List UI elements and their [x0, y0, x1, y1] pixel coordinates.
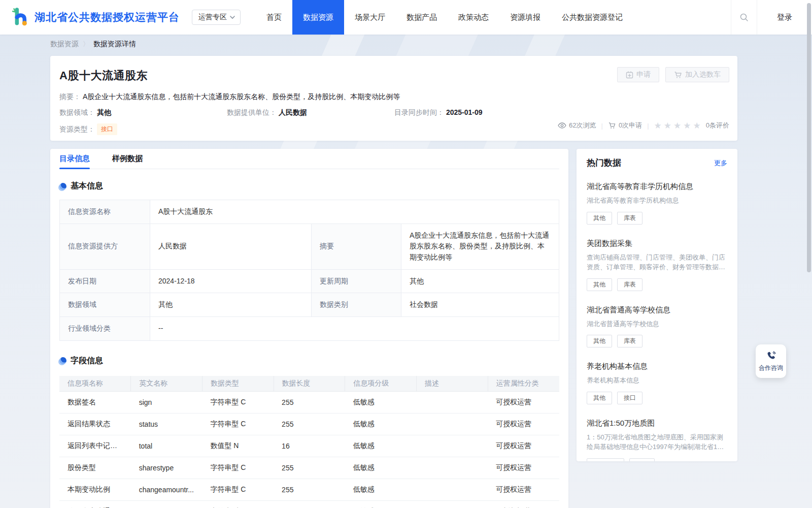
nav-item-3[interactable]: 场景大厅 — [344, 0, 396, 35]
nav-item-2[interactable]: 数据资源 — [292, 0, 344, 35]
more-link[interactable]: 更多 — [714, 158, 727, 168]
field-table-cell: 255 — [274, 479, 345, 500]
hot-data-item: 湖北省高等教育非学历机构信息湖北省高等教育非学历机构信息其他库表 — [587, 182, 727, 225]
field-table-cell: changeamountr... — [131, 479, 202, 500]
field-table-cell — [417, 500, 488, 508]
hot-data-item-title[interactable]: 湖北省1:50万地质图 — [587, 419, 727, 428]
field-table-cell: 16 — [274, 435, 345, 457]
hot-data-item: 美团数据采集查询店铺商品管理、门店管理、美团收单、门店资质、订单管理、顾客评价、… — [587, 239, 727, 291]
field-table-header: 信息项名称英文名称数据类型数据长度信息项分级描述运营属性分类 — [59, 376, 559, 392]
hot-data-item: 湖北省1:50万地质图1：50万湖北省地质图之地理底图、采用国家测绘局基础地理信… — [587, 419, 727, 462]
field-table-cell: sign — [131, 391, 202, 413]
nav-item-7[interactable]: 公共数据资源登记 — [551, 0, 633, 35]
meta-label-provider: 数据提供单位： — [227, 108, 277, 116]
hot-data-item-desc: 养老机构基本信息 — [587, 375, 727, 386]
field-table-row: 本期变动比例changeamountr...字符串型 C255低敏感可授权运营 — [59, 479, 559, 500]
field-table-cell — [417, 435, 488, 457]
main-nav: 首页数据资源场景大厅数据产品政策动态资源填报公共数据资源登记 — [256, 0, 633, 35]
field-table-cell: 低敏感 — [345, 457, 417, 479]
meta-value-domain: 其他 — [97, 108, 111, 116]
hot-data-tag: 库表 — [617, 335, 642, 347]
cart-button-label: 加入选数车 — [685, 70, 721, 79]
nav-item-4[interactable]: 数据产品 — [396, 0, 448, 35]
apply-form-icon — [626, 71, 633, 79]
nav-item-1[interactable]: 首页 — [256, 0, 292, 35]
field-table-row: 返回列表中记录...total数值型 N16低敏感可授权运营 — [59, 435, 559, 457]
breadcrumb-separator: 〉 — [83, 40, 89, 49]
hot-data-tag: 接口 — [629, 458, 655, 462]
hot-data-item-tags: 其他接口 — [587, 392, 727, 404]
field-table-cell: 公司十大流通股... — [59, 500, 131, 508]
basic-info-label: 摘要 — [312, 224, 401, 270]
basic-info-label: 信息资源提供方 — [60, 224, 150, 270]
basic-info-value: A股企业十大流通股东信息，包括前十大流通股东股东名称、股份类型，及持股比例、本期… — [401, 224, 559, 270]
hot-data-item-desc: 查询店铺商品管理、门店管理、美团收单、门店资质、订单管理、顾客评价、财务管理等数… — [587, 252, 727, 272]
basic-info-label: 更新周期 — [312, 270, 401, 294]
resource-type-badge: 接口 — [97, 123, 117, 135]
star-icon: ★ — [664, 121, 671, 130]
field-column-header: 英文名称 — [131, 376, 202, 392]
type-label: 资源类型： — [59, 125, 95, 134]
hot-data-tag: 接口 — [617, 392, 642, 404]
hot-data-item-title[interactable]: 湖北省高等教育非学历机构信息 — [587, 182, 727, 192]
field-column-header: 数据类型 — [202, 376, 274, 392]
hot-data-item-title[interactable]: 美团数据采集 — [587, 239, 727, 248]
field-table-cell: 可授权运营 — [488, 435, 559, 457]
search-button[interactable] — [731, 0, 757, 35]
field-table-cell: 字符串型 C — [202, 479, 274, 500]
star-icon: ★ — [683, 121, 691, 130]
hot-data-item: 湖北省普通高等学校信息湖北省普通高等学校信息其他库表 — [587, 305, 727, 348]
meta-label-domain: 数据领域： — [59, 108, 95, 116]
section-dot-icon — [59, 183, 66, 190]
meta-value-provider: 人民数据 — [279, 108, 307, 116]
rating-count: 0条评价 — [706, 121, 729, 130]
detail-card: 目录信息样例数据 基本信息 信息资源名称A股十大流通股东信息资源提供方人民数据摘… — [50, 149, 568, 508]
search-icon — [739, 13, 749, 22]
basic-info-value: -- — [150, 317, 559, 341]
field-table-cell: 低敏感 — [345, 391, 417, 413]
field-table-cell: 可授权运营 — [488, 479, 559, 500]
hot-data-list: 湖北省高等教育非学历机构信息湖北省高等教育非学历机构信息其他库表美团数据采集查询… — [587, 182, 727, 461]
hot-data-tag: 其他 — [587, 212, 612, 225]
field-table-cell: 字符串型 C — [202, 500, 274, 508]
hot-data-item: 养老机构基本信息养老机构基本信息其他接口 — [587, 362, 727, 404]
login-button[interactable]: 登录 — [757, 13, 812, 22]
cart-icon — [674, 71, 682, 79]
field-info-title: 字段信息 — [71, 356, 103, 366]
breadcrumb-data-resources[interactable]: 数据资源 — [50, 40, 79, 49]
breadcrumb: 数据资源 〉 数据资源详情 — [50, 40, 136, 49]
summary-label: 摘要： — [59, 92, 81, 101]
top-header: 湖北省公共数据授权运营平台 运营专区 首页数据资源场景大厅数据产品政策动态资源填… — [0, 0, 812, 35]
basic-info-value: 其他 — [150, 293, 312, 317]
scrollbar-thumb[interactable] — [807, 3, 811, 272]
apply-button[interactable]: 申请 — [617, 67, 659, 82]
hot-data-tag: 其他 — [587, 278, 612, 291]
hot-data-item-title[interactable]: 湖北省普通高等学校信息 — [587, 305, 727, 315]
hot-data-tag: 库表 — [617, 278, 642, 291]
basic-info-label: 发布日期 — [60, 270, 150, 294]
basic-info-value: 2024-12-18 — [150, 270, 312, 294]
tab-sample-data[interactable]: 样例数据 — [112, 149, 143, 169]
apply-button-label: 申请 — [636, 70, 651, 79]
summary-text: A股企业十大流通股东信息，包括前十大流通股东股东名称、股份类型，及持股比例、本期… — [83, 92, 400, 101]
basic-info-value: 其他 — [401, 270, 559, 294]
rating-stars: ★★★★★ — [654, 121, 701, 130]
platform-logo[interactable]: 湖北省公共数据授权运营平台 — [10, 7, 180, 27]
field-table-cell: 数据签名 — [59, 391, 131, 413]
detail-tabs: 目录信息样例数据 — [59, 149, 559, 169]
nav-item-6[interactable]: 资源填报 — [499, 0, 551, 35]
tab-catalog-info[interactable]: 目录信息 — [59, 149, 90, 169]
hot-data-item-title[interactable]: 养老机构基本信息 — [587, 362, 727, 371]
field-table-cell: 字符串型 C — [202, 413, 274, 435]
add-to-cart-button[interactable]: 加入选数车 — [665, 67, 729, 82]
breadcrumb-detail: 数据资源详情 — [93, 40, 136, 49]
field-table-cell: 255 — [274, 500, 345, 508]
consult-button[interactable]: 合作咨询 — [756, 344, 786, 378]
field-table-row: 数据签名sign字符串型 C255低敏感可授权运营 — [59, 391, 559, 413]
chevron-down-icon — [230, 16, 235, 19]
zone-select[interactable]: 运营专区 — [192, 10, 241, 25]
nav-item-5[interactable]: 政策动态 — [448, 0, 499, 35]
hot-data-item-desc: 湖北省普通高等学校信息 — [587, 319, 727, 329]
hot-data-tag: 资源能源 — [587, 458, 624, 462]
resource-stats: 62次浏览 | 0次申请 | ★★★★★ 0条评价 — [558, 121, 729, 130]
